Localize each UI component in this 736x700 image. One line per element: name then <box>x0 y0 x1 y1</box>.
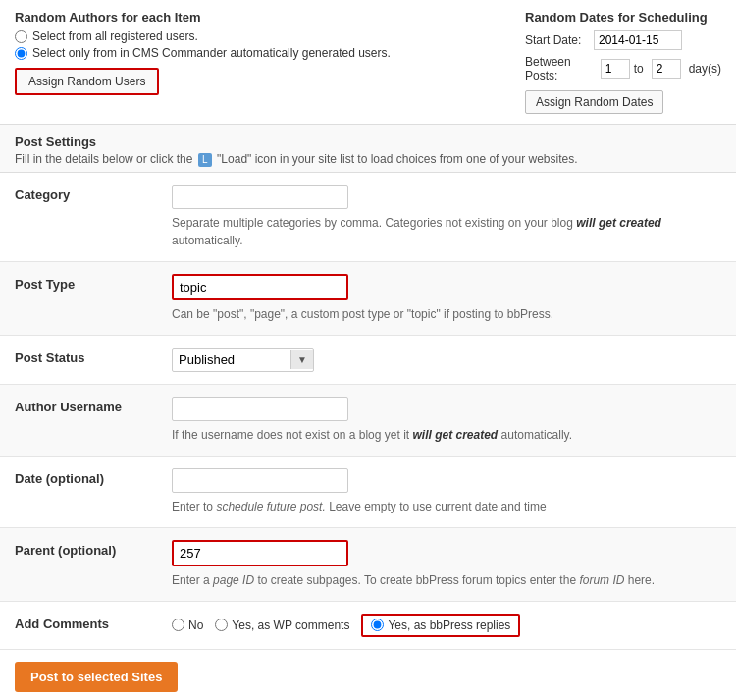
post-settings-desc-after: "Load" icon in your site list to load ch… <box>217 152 577 166</box>
date-optional-content: Enter to schedule future post. Leave emp… <box>172 468 721 515</box>
post-settings-desc-before: Fill in the details below or click the <box>15 152 192 166</box>
post-type-helper: Can be "post", "page", a custom post typ… <box>172 305 721 323</box>
assign-btn-row: Assign Random Users <box>15 68 505 95</box>
radio-cms-users[interactable] <box>15 47 27 60</box>
post-status-select[interactable]: Published Draft Pending Private <box>173 349 290 371</box>
author-username-row: Author Username If the username does not… <box>0 385 736 457</box>
post-settings-header: Post Settings Fill in the details below … <box>0 125 736 173</box>
post-type-row: Post Type Can be "post", "page", a custo… <box>0 262 736 336</box>
post-status-row: Post Status Published Draft Pending Priv… <box>0 336 736 385</box>
category-helper: Separate multiple categories by comma. C… <box>172 214 721 249</box>
date-optional-input[interactable] <box>172 468 348 493</box>
author-username-label: Author Username <box>15 397 172 414</box>
radio-cms-users-label: Select only from in CMS Commander automa… <box>32 46 391 60</box>
author-username-content: If the username does not exist on a blog… <box>172 397 721 444</box>
post-status-select-wrapper: Published Draft Pending Private ▼ <box>172 348 314 372</box>
add-comments-row: Add Comments No Yes, as WP comments Yes,… <box>0 602 736 650</box>
between-posts-row: Between Posts: to day(s) <box>525 55 721 82</box>
radio-all-users-label: Select from all registered users. <box>32 29 198 43</box>
category-content: Separate multiple categories by comma. C… <box>172 185 721 249</box>
add-comments-wp-option: Yes, as WP comments <box>215 619 349 632</box>
author-username-input[interactable] <box>172 397 348 421</box>
add-comments-wp-radio[interactable] <box>215 619 228 631</box>
add-comments-bbpress-label: Yes, as bbPress replies <box>388 619 510 632</box>
random-authors-title: Random Authors for each Item <box>15 10 505 25</box>
to-label: to <box>634 62 644 76</box>
category-row: Category Separate multiple categories by… <box>0 173 736 262</box>
date-optional-helper: Enter to schedule future post. Leave emp… <box>172 498 721 515</box>
assign-random-users-button[interactable]: Assign Random Users <box>15 68 159 95</box>
post-type-input[interactable] <box>172 274 348 300</box>
add-comments-radio-group: No Yes, as WP comments Yes, as bbPress r… <box>172 614 721 637</box>
post-type-label: Post Type <box>15 274 172 292</box>
between-to-input[interactable] <box>652 59 681 79</box>
authors-left: Random Authors for each Item Select from… <box>15 10 505 95</box>
post-status-content: Published Draft Pending Private ▼ <box>172 348 721 372</box>
date-optional-label: Date (optional) <box>15 468 172 486</box>
add-comments-bbpress-radio[interactable] <box>371 619 384 631</box>
parent-optional-row: Parent (optional) Enter a page ID to cre… <box>0 528 736 602</box>
radio-all-users[interactable] <box>15 30 27 43</box>
day-label: day(s) <box>689 62 721 76</box>
assign-random-dates-button[interactable]: Assign Random Dates <box>525 90 663 114</box>
parent-optional-label: Parent (optional) <box>15 540 172 558</box>
post-type-content: Can be "post", "page", a custom post typ… <box>172 274 721 323</box>
select-arrow-icon: ▼ <box>290 350 313 369</box>
post-settings-desc: Fill in the details below or click the L… <box>15 152 721 167</box>
random-authors-section: Random Authors for each Item Select from… <box>0 0 736 125</box>
bottom-bar: Post to selected Sites <box>0 650 736 700</box>
post-status-label: Post Status <box>15 348 172 365</box>
add-comments-bbpress-option: Yes, as bbPress replies <box>361 614 520 637</box>
add-comments-label: Add Comments <box>15 614 172 631</box>
start-date-input[interactable] <box>594 30 682 50</box>
dates-right: Random Dates for Scheduling Start Date: … <box>505 10 721 114</box>
parent-optional-input[interactable] <box>172 540 348 566</box>
add-comments-content: No Yes, as WP comments Yes, as bbPress r… <box>172 614 721 637</box>
start-date-row: Start Date: <box>525 30 721 50</box>
category-label: Category <box>15 185 172 202</box>
add-comments-wp-label: Yes, as WP comments <box>232 619 349 632</box>
author-username-helper: If the username does not exist on a blog… <box>172 426 721 444</box>
radio-all-users-row: Select from all registered users. <box>15 29 505 43</box>
start-date-label: Start Date: <box>525 33 594 47</box>
main-container: Random Authors for each Item Select from… <box>0 0 736 700</box>
category-input[interactable] <box>172 185 348 209</box>
parent-optional-helper: Enter a page ID to create subpages. To c… <box>172 571 721 589</box>
parent-optional-content: Enter a page ID to create subpages. To c… <box>172 540 721 589</box>
post-settings-title: Post Settings <box>15 135 721 149</box>
add-comments-no-radio[interactable] <box>172 619 184 631</box>
between-posts-label: Between Posts: <box>525 55 601 82</box>
between-from-input[interactable] <box>601 59 630 79</box>
date-optional-row: Date (optional) Enter to schedule future… <box>0 457 736 528</box>
random-dates-title: Random Dates for Scheduling <box>525 10 721 25</box>
load-icon: L <box>198 153 212 167</box>
add-comments-no-option: No <box>172 619 203 632</box>
post-to-sites-button[interactable]: Post to selected Sites <box>15 662 178 692</box>
radio-cms-users-row: Select only from in CMS Commander automa… <box>15 46 505 60</box>
add-comments-no-label: No <box>188 619 203 632</box>
